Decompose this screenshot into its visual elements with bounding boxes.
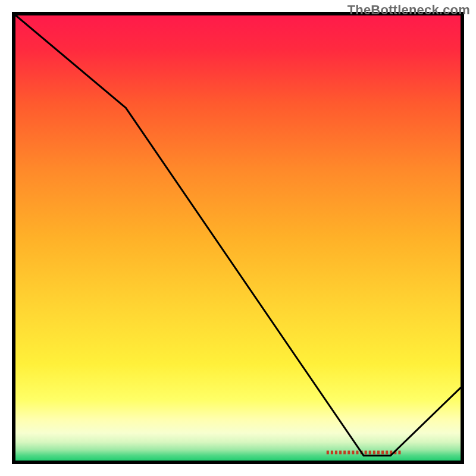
watermark-text: TheBottleneck.com [347, 2, 470, 18]
svg-rect-4 [339, 450, 342, 454]
chart-stage: TheBottleneck.com [0, 0, 476, 476]
svg-rect-12 [373, 450, 375, 454]
svg-rect-6 [347, 450, 350, 454]
gradient-background [14, 14, 462, 462]
svg-rect-2 [331, 450, 333, 454]
svg-rect-3 [335, 450, 337, 454]
svg-rect-15 [386, 450, 388, 454]
svg-rect-18 [398, 450, 400, 454]
svg-rect-5 [343, 450, 346, 454]
svg-rect-11 [369, 450, 371, 454]
svg-rect-7 [352, 450, 354, 454]
svg-rect-13 [377, 450, 380, 454]
svg-rect-1 [327, 450, 329, 454]
svg-rect-8 [356, 450, 358, 454]
svg-rect-14 [381, 450, 384, 454]
svg-rect-10 [365, 450, 367, 454]
bottleneck-chart [0, 0, 476, 476]
